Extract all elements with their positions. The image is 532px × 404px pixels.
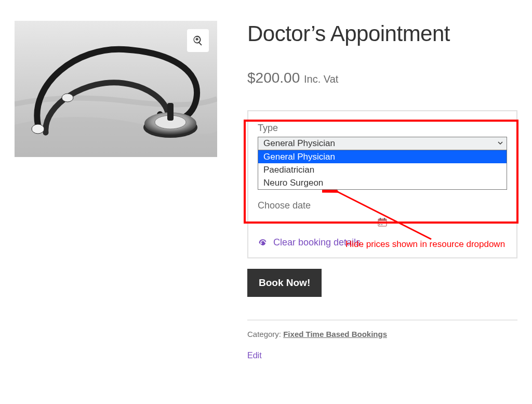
svg-rect-8 xyxy=(378,219,387,221)
product-image-column xyxy=(15,21,217,157)
booking-form: Type General Physician General Physician… xyxy=(247,110,517,258)
calendar-icon xyxy=(378,217,387,227)
choose-date-label: Choose date xyxy=(258,200,507,211)
svg-rect-13 xyxy=(383,222,384,223)
refresh-icon xyxy=(258,238,268,248)
price-suffix: Inc. Vat xyxy=(304,73,338,85)
svg-point-1 xyxy=(32,124,44,134)
category-prefix: Category: xyxy=(247,330,283,338)
book-now-button[interactable]: Book Now! xyxy=(247,269,322,297)
type-select[interactable]: General Physician General Physician Paed… xyxy=(258,137,507,191)
svg-rect-6 xyxy=(167,103,174,121)
date-picker[interactable] xyxy=(258,217,507,227)
svg-rect-14 xyxy=(379,224,380,225)
zoom-in-icon[interactable] xyxy=(187,29,209,52)
category-line: Category: Fixed Time Based Bookings xyxy=(247,330,517,338)
type-label: Type xyxy=(258,123,507,134)
chevron-down-icon xyxy=(497,138,503,149)
meta-separator xyxy=(247,320,517,320)
category-link[interactable]: Fixed Time Based Bookings xyxy=(283,330,387,338)
svg-rect-11 xyxy=(379,222,380,223)
type-select-head[interactable]: General Physician xyxy=(258,137,507,150)
svg-rect-15 xyxy=(381,224,382,225)
product-price: $200.00 Inc. Vat xyxy=(247,70,517,86)
svg-point-2 xyxy=(62,94,73,102)
clear-booking-link[interactable]: Clear booking details xyxy=(258,237,507,248)
type-option[interactable]: General Physician xyxy=(258,150,507,163)
type-option[interactable]: Paediatrician xyxy=(258,163,507,176)
svg-rect-9 xyxy=(380,218,381,220)
edit-link[interactable]: Edit xyxy=(247,351,262,360)
type-select-value: General Physician xyxy=(263,138,335,149)
svg-rect-10 xyxy=(384,218,385,220)
page-title: Doctor’s Appointment xyxy=(247,21,517,47)
svg-rect-12 xyxy=(381,222,382,223)
product-details: Doctor’s Appointment $200.00 Inc. Vat Ty… xyxy=(247,21,517,360)
type-option[interactable]: Neuro Surgeon xyxy=(258,176,507,189)
type-select-options: General Physician Paediatrician Neuro Su… xyxy=(258,150,507,190)
clear-booking-label: Clear booking details xyxy=(273,237,361,248)
price-amount: $200.00 xyxy=(247,70,300,86)
